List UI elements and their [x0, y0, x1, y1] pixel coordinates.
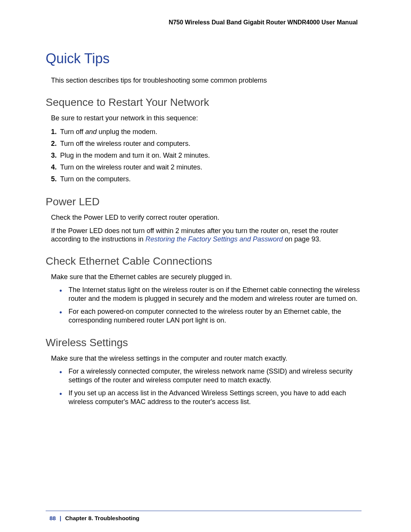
footer-rule: [46, 511, 362, 511]
bullet-list: For a wirelessly connected computer, the…: [46, 367, 362, 407]
list-item: If you set up an access list in the Adva…: [59, 389, 362, 407]
intro-paragraph: This section describes tips for troubles…: [46, 76, 362, 85]
list-item: 2.Turn off the wireless router and compu…: [51, 139, 362, 149]
step-text: Turn off the wireless router and compute…: [60, 140, 190, 147]
page-number: 88: [49, 515, 56, 521]
section-lead: Make sure that the Ethernet cables are s…: [46, 273, 362, 281]
section-heading-power-led: Power LED: [46, 196, 362, 208]
step-number: 5.: [51, 174, 60, 184]
cross-reference-link[interactable]: Restoring the Factory Settings and Passw…: [145, 235, 283, 243]
step-number: 2.: [51, 139, 60, 149]
step-text: Turn on the computers.: [60, 175, 131, 183]
step-number: 4.: [51, 162, 60, 173]
list-item: 1.Turn off and unplug the modem.: [51, 127, 362, 137]
step-text: Turn on the wireless router and wait 2 m…: [60, 163, 202, 171]
list-item: 4.Turn on the wireless router and wait 2…: [51, 162, 362, 173]
page-title: Quick Tips: [46, 51, 362, 67]
list-item: The Internet status light on the wireles…: [59, 286, 362, 304]
running-header: N750 Wireless Dual Band Gigabit Router W…: [46, 19, 358, 26]
section-heading-restart: Sequence to Restart Your Network: [46, 96, 362, 109]
step-text-emph: and: [85, 128, 97, 136]
chapter-label: Chapter 8. Troubleshooting: [65, 515, 139, 521]
list-item: For a wirelessly connected computer, the…: [59, 367, 362, 385]
bullet-list: The Internet status light on the wireles…: [46, 286, 362, 325]
document-page: N750 Wireless Dual Band Gigabit Router W…: [0, 0, 411, 532]
text-run: on page 93.: [283, 235, 321, 243]
list-item: For each powered-on computer connected t…: [59, 307, 362, 325]
body-paragraph: If the Power LED does not turn off withi…: [46, 227, 362, 244]
section-heading-ethernet: Check Ethernet Cable Connections: [46, 255, 362, 267]
step-number: 1.: [51, 127, 60, 137]
body-paragraph: Check the Power LED to verify correct ro…: [46, 213, 362, 222]
list-item: 3.Plug in the modem and turn it on. Wait…: [51, 150, 362, 161]
step-text-pre: Turn off: [60, 128, 85, 136]
step-text: Plug in the modem and turn it on. Wait 2…: [60, 152, 210, 159]
step-number: 3.: [51, 150, 60, 161]
footer-separator: |: [60, 515, 61, 521]
step-text-post: unplug the modem.: [97, 128, 157, 136]
section-lead: Be sure to restart your network in this …: [46, 114, 362, 123]
list-item: 5.Turn on the computers.: [51, 174, 362, 184]
section-lead: Make sure that the wireless settings in …: [46, 354, 362, 363]
section-heading-wireless: Wireless Settings: [46, 337, 362, 349]
page-footer: 88 | Chapter 8. Troubleshooting: [49, 515, 139, 521]
ordered-steps: 1.Turn off and unplug the modem. 2.Turn …: [46, 127, 362, 184]
